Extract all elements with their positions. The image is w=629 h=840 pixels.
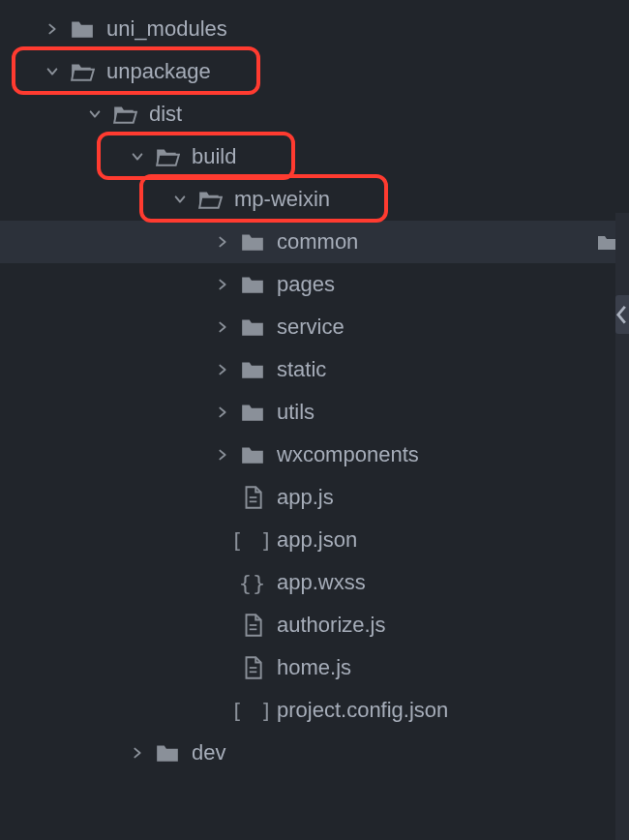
tree-item-build[interactable]: build: [0, 135, 629, 178]
folder-icon: [240, 229, 265, 255]
tree-item-project-config[interactable]: [ ]project.config.json: [0, 689, 629, 732]
folder-open-icon: [112, 102, 137, 127]
tree-item-label: uni_modules: [106, 16, 227, 42]
tree-item-app-js[interactable]: app.js: [0, 476, 629, 519]
tree-item-service[interactable]: service: [0, 306, 629, 348]
tree-item-label: service: [277, 315, 344, 340]
tree-item-label: common: [277, 229, 358, 255]
folder-icon: [240, 400, 265, 425]
chevron-down-icon[interactable]: [130, 149, 145, 165]
chevron-right-icon[interactable]: [215, 405, 230, 420]
folder-icon: [155, 740, 180, 765]
tree-item-unpackage[interactable]: unpackage: [0, 50, 629, 93]
tree-item-uni_modules[interactable]: uni_modules: [0, 8, 629, 50]
folder-open-icon: [70, 59, 95, 84]
tree-item-static[interactable]: static: [0, 348, 629, 391]
chevron-none: [215, 617, 230, 633]
chevron-none: [215, 532, 230, 548]
tree-item-label: dist: [149, 102, 182, 127]
tree-item-label: dev: [192, 740, 225, 765]
tree-item-label: authorize.js: [277, 613, 386, 638]
chevron-right-icon[interactable]: [215, 234, 230, 250]
tree-item-dist[interactable]: dist: [0, 93, 629, 135]
tree-item-label: static: [277, 357, 326, 382]
chevron-down-icon[interactable]: [87, 106, 103, 122]
tree-item-label: app.wxss: [277, 570, 366, 595]
chevron-none: [215, 660, 230, 675]
file-json-icon: [ ]: [240, 698, 265, 723]
tree-item-mp-weixin[interactable]: mp-weixin: [0, 178, 629, 221]
chevron-right-icon[interactable]: [45, 21, 60, 37]
tree-item-home-js[interactable]: home.js: [0, 646, 629, 689]
chevron-down-icon[interactable]: [172, 192, 188, 207]
chevron-none: [215, 575, 230, 590]
chevron-right-icon[interactable]: [215, 277, 230, 292]
tree-item-label: app.json: [277, 527, 357, 553]
tree-item-label: unpackage: [106, 59, 211, 84]
tree-item-app-wxss[interactable]: {}app.wxss: [0, 561, 629, 604]
chevron-right-icon[interactable]: [130, 745, 145, 761]
scroll-collapse-handle[interactable]: [615, 295, 629, 334]
chevron-right-icon[interactable]: [215, 447, 230, 463]
chevron-none: [215, 490, 230, 505]
tree-item-dev[interactable]: dev: [0, 732, 629, 774]
tree-item-authorize-js[interactable]: authorize.js: [0, 604, 629, 646]
tree-item-label: pages: [277, 272, 335, 297]
tree-item-label: mp-weixin: [234, 187, 330, 212]
file-json-icon: [ ]: [240, 527, 265, 553]
chevron-none: [215, 703, 230, 718]
folder-icon: [240, 357, 265, 382]
file-js-icon: [240, 655, 265, 680]
tree-item-label: project.config.json: [277, 698, 448, 723]
tree-item-common[interactable]: common: [0, 221, 629, 263]
folder-icon: [240, 442, 265, 467]
file-wxss-icon: {}: [240, 570, 265, 595]
tree-item-label: utils: [277, 400, 314, 425]
chevron-right-icon[interactable]: [215, 319, 230, 335]
file-js-icon: [240, 613, 265, 638]
tree-item-pages[interactable]: pages: [0, 263, 629, 306]
folder-icon: [240, 272, 265, 297]
tree-item-utils[interactable]: utils: [0, 391, 629, 434]
chevron-down-icon[interactable]: [45, 64, 60, 79]
folder-icon: [70, 16, 95, 42]
tree-item-label: wxcomponents: [277, 442, 419, 467]
tree-item-label: app.js: [277, 485, 334, 510]
file-tree: uni_modulesunpackagedistbuildmp-weixinco…: [0, 0, 629, 774]
tree-item-label: build: [192, 144, 236, 169]
folder-open-icon: [155, 144, 180, 169]
tree-item-wxcomponents[interactable]: wxcomponents: [0, 434, 629, 476]
folder-open-icon: [197, 187, 223, 212]
tree-item-app-json[interactable]: [ ]app.json: [0, 519, 629, 561]
tree-item-label: home.js: [277, 655, 351, 680]
chevron-right-icon[interactable]: [215, 362, 230, 377]
file-js-icon: [240, 485, 265, 510]
folder-icon: [240, 315, 265, 340]
